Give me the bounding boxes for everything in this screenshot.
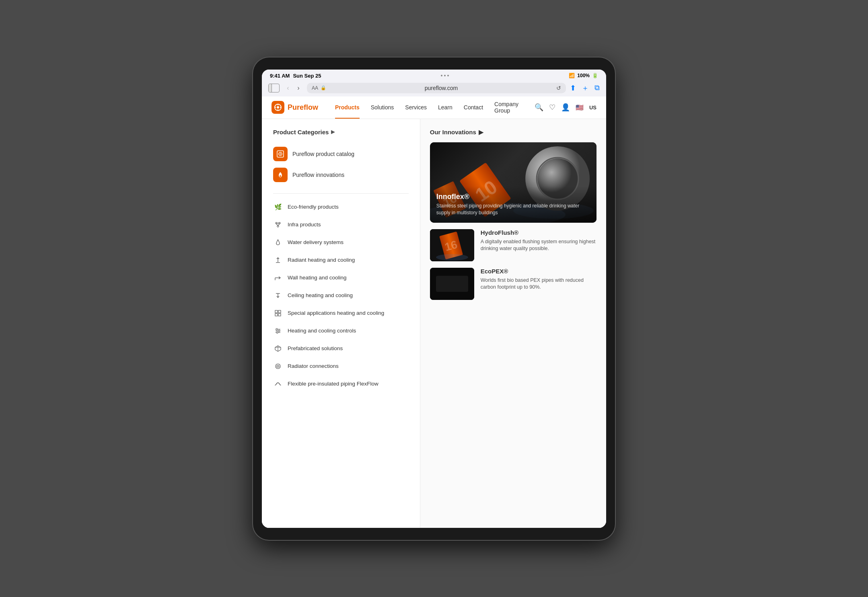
- hydroflush-name: HydroFlush®: [481, 229, 596, 236]
- account-button[interactable]: 👤: [561, 103, 570, 112]
- share-button[interactable]: ⬆: [570, 84, 576, 92]
- catalog-icon-1: [273, 147, 288, 161]
- right-panel: Our Innovations ▶: [420, 119, 606, 528]
- category-flexflow[interactable]: Flexible pre-insulated piping FlexFlow: [273, 375, 409, 392]
- status-center: [441, 75, 449, 76]
- innovations-title-arrow: ▶: [479, 129, 483, 136]
- panel-title: Product Categories ▶: [273, 129, 409, 135]
- prefab-icon-svg: [274, 345, 282, 352]
- wall-icon-svg: [274, 274, 282, 281]
- svg-rect-23: [278, 310, 281, 313]
- catalog-items: Pureflow product catalog Pureflow innova…: [273, 144, 409, 185]
- dot1: [441, 75, 442, 76]
- category-water[interactable]: Water delivery systems: [273, 234, 409, 251]
- innovation-hero-bg: 10 16: [430, 142, 596, 223]
- nav-company-group[interactable]: Company Group: [489, 96, 535, 119]
- category-radiator[interactable]: Radiator connections: [273, 358, 409, 375]
- category-text-prefab: Prefabricated solutions: [288, 345, 343, 351]
- sidebar-btn-right: [272, 84, 279, 92]
- category-text-controls: Heating and cooling controls: [288, 328, 356, 334]
- category-text-flexflow: Flexible pre-insulated piping FlexFlow: [288, 381, 378, 387]
- ceiling-icon-svg: [274, 292, 282, 299]
- svg-rect-51: [436, 276, 468, 292]
- ipad-screen: 9:41 AM Sun Sep 25 📶 100% 🔋 ‹ ›: [262, 70, 606, 528]
- catalog-item-2[interactable]: Pureflow innovations: [273, 164, 409, 185]
- innovation-info-ecopex: EcoPEX® Worlds first bio based PEX pipes…: [481, 268, 596, 291]
- catalog-item-1-text: Pureflow product catalog: [292, 151, 354, 157]
- logo[interactable]: Pureflow: [272, 101, 318, 114]
- water-icon-svg: [274, 239, 282, 246]
- hydroflush-desc: A digitally enabled flushing system ensu…: [481, 238, 596, 252]
- category-infra[interactable]: Infra products: [273, 216, 409, 233]
- battery-level: 100%: [577, 73, 590, 78]
- ecopex-svg: [430, 268, 474, 300]
- innovation-row-hydroflush[interactable]: 16 HydroFlush® A digitally enabled flush…: [430, 229, 596, 261]
- svg-point-31: [276, 332, 278, 333]
- catalog-svg-2: [276, 171, 284, 179]
- svg-point-12: [277, 226, 279, 227]
- nav-contact[interactable]: Contact: [458, 96, 489, 119]
- back-button[interactable]: ‹: [284, 84, 292, 92]
- category-text-infra: Infra products: [288, 222, 321, 228]
- new-tab-button[interactable]: ＋: [582, 83, 589, 93]
- radiant-icon-svg: [274, 256, 282, 264]
- svg-line-14: [278, 224, 280, 226]
- catalog-item-1[interactable]: Pureflow product catalog: [273, 144, 409, 164]
- ecopex-name: EcoPEX®: [481, 268, 596, 275]
- browser-actions: ⬆ ＋ ⧉: [570, 83, 600, 93]
- category-icon-flexflow: [273, 379, 283, 389]
- innovation-thumb-ecopex: [430, 268, 474, 300]
- innovation-row-ecopex[interactable]: EcoPEX® Worlds first bio based PEX pipes…: [430, 268, 596, 300]
- category-icon-infra: [273, 220, 283, 230]
- region-label[interactable]: US: [589, 105, 596, 111]
- browser-bar: ‹ › AA 🔒 pureflow.com ↺ ⬆ ＋ ⧉: [262, 80, 606, 96]
- nav-links: Products Solutions Services Learn Contac…: [329, 96, 535, 119]
- sidebar-button[interactable]: [268, 84, 280, 92]
- controls-icon-svg: [274, 327, 282, 334]
- svg-point-49: [436, 254, 468, 261]
- forward-button[interactable]: ›: [294, 84, 303, 92]
- category-icon-ceiling: [273, 291, 283, 300]
- category-text-special: Special applications heating and cooling: [288, 310, 384, 316]
- search-button[interactable]: 🔍: [535, 103, 543, 112]
- category-radiant[interactable]: Radiant heating and cooling: [273, 252, 409, 269]
- svg-point-29: [276, 328, 278, 330]
- hero-product-name: Innoflex®: [436, 193, 590, 201]
- browser-nav: ‹ ›: [284, 84, 303, 92]
- catalog-item-2-text: Pureflow innovations: [292, 172, 344, 178]
- date: Sun Sep 25: [293, 73, 321, 79]
- category-wall[interactable]: Wall heating and cooling: [273, 269, 409, 286]
- infra-icon-svg: [274, 221, 282, 228]
- category-ceiling[interactable]: Ceiling heating and cooling: [273, 287, 409, 304]
- panel-title-text[interactable]: Product Categories: [273, 129, 329, 135]
- category-icon-water: [273, 238, 283, 247]
- innovation-thumb-hydroflush: 16: [430, 229, 474, 261]
- category-controls[interactable]: Heating and cooling controls: [273, 322, 409, 339]
- category-special[interactable]: Special applications heating and cooling: [273, 305, 409, 322]
- logo-text: Pureflow: [288, 103, 318, 112]
- wifi-icon: 📶: [569, 73, 575, 78]
- wishlist-button[interactable]: ♡: [549, 103, 555, 112]
- aa-label[interactable]: AA: [312, 85, 318, 91]
- category-text-radiator: Radiator connections: [288, 363, 339, 369]
- tabs-button[interactable]: ⧉: [594, 84, 600, 92]
- nav-learn[interactable]: Learn: [432, 96, 458, 119]
- site-nav: Pureflow Products Solutions Services Lea…: [262, 96, 606, 119]
- url-text: pureflow.com: [329, 85, 554, 91]
- lock-icon: 🔒: [321, 85, 326, 90]
- svg-point-36: [278, 366, 278, 367]
- category-prefab[interactable]: Prefabricated solutions: [273, 340, 409, 357]
- innovations-title-text[interactable]: Our Innovations: [430, 129, 476, 135]
- category-eco[interactable]: 🌿 Eco-friendly products: [273, 199, 409, 215]
- nav-products[interactable]: Products: [329, 96, 365, 119]
- nav-services[interactable]: Services: [399, 96, 432, 119]
- status-bar: 9:41 AM Sun Sep 25 📶 100% 🔋: [262, 70, 606, 80]
- refresh-button[interactable]: ↺: [556, 85, 561, 91]
- innovation-info-hydroflush: HydroFlush® A digitally enabled flushing…: [481, 229, 596, 252]
- catalog-svg-1: [276, 150, 284, 158]
- nav-solutions[interactable]: Solutions: [365, 96, 400, 119]
- url-bar[interactable]: AA 🔒 pureflow.com ↺: [307, 83, 566, 93]
- innovation-hero[interactable]: 10 16: [430, 142, 596, 223]
- thumb-bg-ecopex: [430, 268, 474, 300]
- left-panel: Product Categories ▶: [262, 119, 420, 528]
